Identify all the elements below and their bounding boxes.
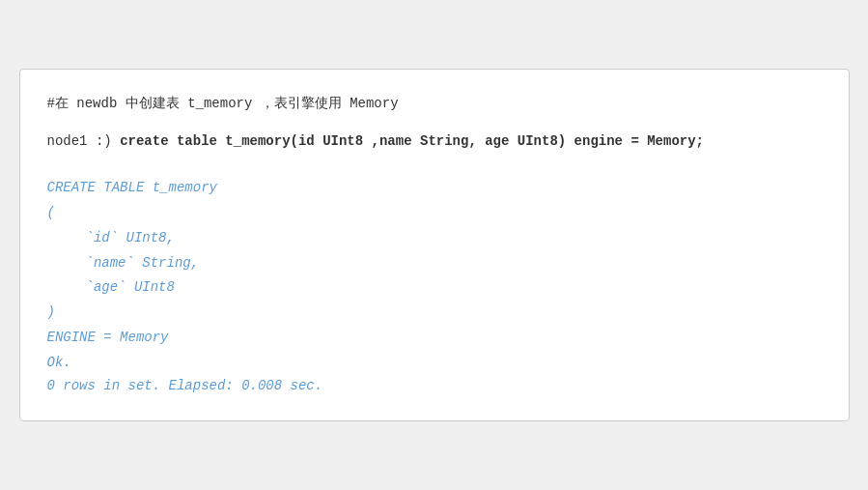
comment-prefix: #在 newdb 中创建表 <box>47 96 188 111</box>
sql-line-3: `id` UInt8, <box>47 227 822 250</box>
sql-line-4: `name` String, <box>47 252 822 275</box>
sql-output-block: CREATE TABLE t_memory ( `id` UInt8, `nam… <box>47 177 822 350</box>
terminal-window: #在 newdb 中创建表 t_memory ，表引擎使用 Memory nod… <box>19 69 850 422</box>
sql-line-1: CREATE TABLE t_memory <box>47 177 822 200</box>
command-line: node1 :) create table t_memory(id UInt8 … <box>47 130 822 154</box>
sql-line-7: ENGINE = Memory <box>47 327 822 350</box>
prompt: node1 :) <box>47 133 121 149</box>
command-text: create table t_memory(id UInt8 ,name Str… <box>120 133 704 149</box>
comment-suffix: ，表引擎使用 Memory <box>252 96 398 111</box>
sql-line-5: `age` UInt8 <box>47 276 822 300</box>
ok-line: Ok. <box>47 352 822 375</box>
comment-table: t_memory <box>187 96 252 111</box>
sql-line-6: ) <box>47 302 822 325</box>
sql-line-2: ( <box>47 202 822 225</box>
comment-line: #在 newdb 中创建表 t_memory ，表引擎使用 Memory <box>47 93 822 116</box>
elapsed-line: 0 rows in set. Elapsed: 0.008 sec. <box>47 375 822 398</box>
blank-line-1 <box>47 158 822 177</box>
